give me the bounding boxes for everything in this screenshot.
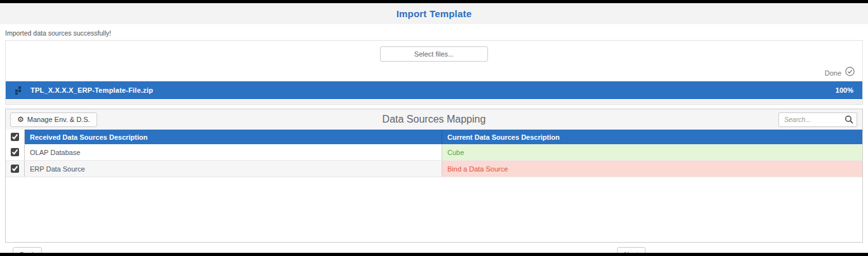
column-header-current: Current Data Sources Description bbox=[442, 130, 862, 144]
column-header-received: Received Data Sources Description bbox=[25, 130, 442, 144]
received-data-source-cell: OLAP Database bbox=[25, 144, 442, 160]
manage-env-ds-label: Manage Env. & D.S. bbox=[27, 116, 90, 123]
mapping-table-header: Received Data Sources Description Curren… bbox=[6, 130, 862, 144]
import-status-message: Imported data sources successfully! bbox=[5, 29, 863, 37]
row-checkbox-cell bbox=[6, 161, 25, 177]
select-all-checkbox[interactable] bbox=[11, 133, 19, 141]
file-upload-panel: Select files... Done TPL_X.X.X.X_ERP-T bbox=[5, 40, 863, 105]
select-all-cell bbox=[6, 130, 25, 144]
search-icon[interactable] bbox=[844, 115, 854, 127]
row-checkbox[interactable] bbox=[11, 165, 19, 173]
data-sources-mapping-panel: ⚙ Manage Env. & D.S. Data Sources Mappin… bbox=[5, 109, 863, 243]
mapping-section-title: Data Sources Mapping bbox=[6, 114, 862, 125]
row-checkbox[interactable] bbox=[11, 148, 19, 156]
current-data-source-cell[interactable]: Cube bbox=[442, 144, 862, 160]
upload-panel-footer bbox=[6, 99, 862, 104]
manage-env-ds-button[interactable]: ⚙ Manage Env. & D.S. bbox=[10, 112, 97, 127]
page-title: Import Template bbox=[397, 8, 472, 19]
upload-progress-bar: TPL_X.X.X.X_ERP-Template-File.zip 100% bbox=[6, 81, 862, 99]
current-data-source-cell[interactable]: Bind a Data Source bbox=[442, 161, 862, 177]
check-circle-icon bbox=[845, 67, 855, 79]
gear-icon: ⚙ bbox=[17, 116, 24, 123]
table-row[interactable]: OLAP Database Cube bbox=[6, 144, 862, 161]
received-data-source-cell: ERP Data Source bbox=[25, 161, 442, 177]
row-checkbox-cell bbox=[6, 144, 25, 160]
bottom-border-bar bbox=[0, 253, 868, 256]
mapping-toolbar: ⚙ Manage Env. & D.S. Data Sources Mappin… bbox=[6, 109, 862, 130]
uploaded-file-name: TPL_X.X.X.X_ERP-Template-File.zip bbox=[31, 86, 153, 94]
zip-file-icon bbox=[15, 86, 24, 95]
select-files-button[interactable]: Select files... bbox=[380, 46, 488, 62]
upload-progress-percent: 100% bbox=[836, 86, 853, 94]
dialog-header: Import Template bbox=[0, 3, 868, 24]
table-row[interactable]: ERP Data Source Bind a Data Source bbox=[6, 161, 862, 177]
upload-done-label: Done bbox=[825, 69, 841, 77]
